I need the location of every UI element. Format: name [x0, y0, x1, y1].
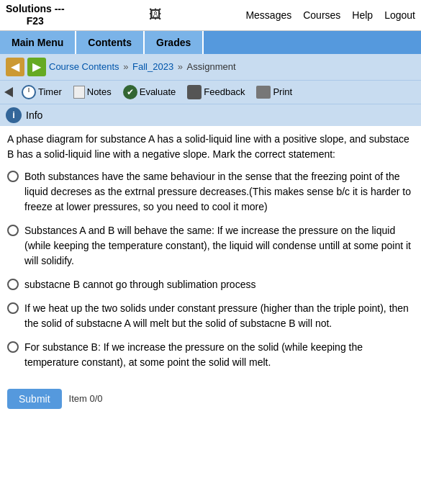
breadcrumb: Course Contents » Fall_2023 » Assignment	[49, 61, 236, 72]
page-info: Item 0/0	[69, 393, 103, 404]
notes-icon	[73, 86, 85, 99]
feedback-label: Feedback	[204, 86, 245, 97]
option-2: Substances A and B will behave the same:…	[7, 223, 414, 269]
option-1-text: Both substances have the same behaviour …	[24, 169, 414, 215]
notes-button[interactable]: Notes	[71, 84, 114, 100]
grades-tab[interactable]: Grades	[145, 31, 204, 54]
print-icon	[256, 86, 271, 99]
radio-5[interactable]	[7, 341, 19, 353]
info-bar: i Info	[0, 104, 421, 126]
contents-tab[interactable]: Contents	[76, 31, 145, 54]
assignment-label: Assignment	[187, 61, 236, 72]
evaluate-button[interactable]: ✔ Evaluate	[120, 84, 179, 101]
timer-label: Timer	[38, 86, 62, 97]
logo: Solutions --- F23	[6, 3, 65, 27]
radio-3[interactable]	[7, 279, 19, 290]
option-4-text: If we heat up the two solids under const…	[24, 301, 414, 331]
question-text: A phase diagram for substance A has a so…	[7, 132, 414, 162]
help-link[interactable]: Help	[352, 9, 373, 21]
feedback-button[interactable]: Feedback	[184, 84, 248, 101]
evaluate-icon: ✔	[123, 85, 137, 99]
option-2-text: Substances A and B will behave the same:…	[24, 223, 414, 269]
top-nav-links: Messages Courses Help Logout	[245, 9, 415, 21]
fall2023-link[interactable]: Fall_2023	[132, 61, 173, 72]
top-nav: Solutions --- F23 🖼 Messages Courses Hel…	[0, 0, 421, 31]
main-menu-tab[interactable]: Main Menu	[0, 31, 76, 54]
radio-2[interactable]	[7, 225, 19, 236]
option-5: For substance B: If we increase the pres…	[7, 340, 414, 370]
messages-link[interactable]: Messages	[245, 9, 291, 21]
back-button[interactable]: ◀	[6, 58, 24, 76]
courses-link[interactable]: Courses	[303, 9, 340, 21]
radio-4[interactable]	[7, 302, 19, 314]
radio-1[interactable]	[7, 171, 19, 182]
bottom-bar: Submit Item 0/0	[0, 384, 421, 413]
print-label: Print	[273, 86, 292, 97]
timer-button[interactable]: Timer	[19, 84, 65, 101]
evaluate-label: Evaluate	[140, 86, 176, 97]
option-3-text: substacne B cannot go through sublimatio…	[24, 277, 255, 292]
logout-link[interactable]: Logout	[384, 9, 415, 21]
timer-icon	[22, 85, 36, 99]
menu-bar: Main Menu Contents Grades	[0, 31, 421, 54]
info-icon: i	[6, 107, 22, 123]
course-contents-link[interactable]: Course Contents	[49, 61, 119, 72]
option-3: substacne B cannot go through sublimatio…	[7, 277, 414, 292]
print-button[interactable]: Print	[253, 84, 295, 100]
notes-label: Notes	[87, 86, 112, 97]
toolbar: Timer Notes ✔ Evaluate Feedback Print	[0, 80, 421, 104]
forward-button[interactable]: ▶	[27, 58, 46, 76]
breadcrumb-bar: ◀ ▶ Course Contents » Fall_2023 » Assign…	[0, 54, 421, 80]
option-1: Both substances have the same behaviour …	[7, 169, 414, 215]
submit-button[interactable]: Submit	[7, 389, 62, 409]
feedback-icon	[187, 85, 202, 99]
option-4: If we heat up the two solids under const…	[7, 301, 414, 331]
prev-button[interactable]	[4, 87, 13, 97]
option-5-text: For substance B: If we increase the pres…	[24, 340, 414, 370]
monitor-icon: 🖼	[149, 7, 162, 22]
main-content: A phase diagram for substance A has a so…	[0, 126, 421, 384]
info-label: Info	[26, 109, 42, 121]
